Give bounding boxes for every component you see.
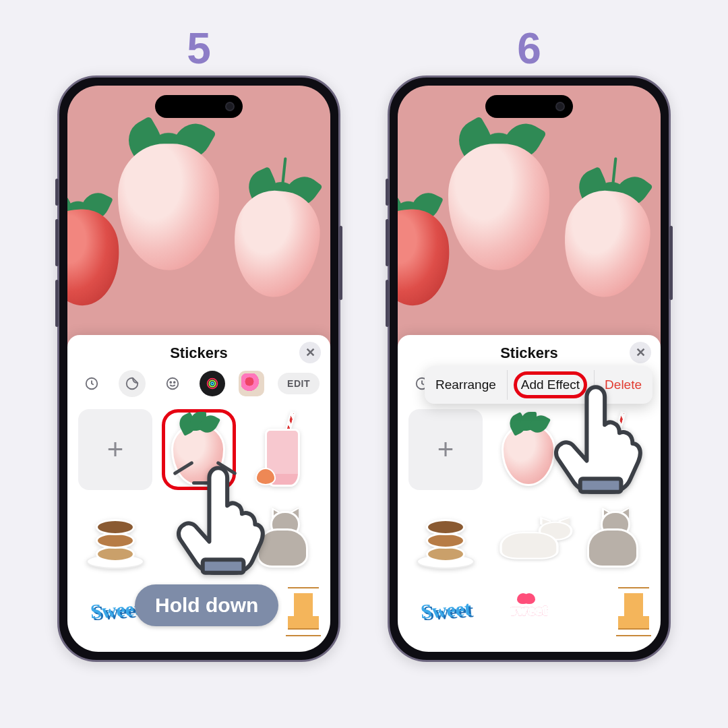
- tabs-row: Rearrange Add Effect Delete: [398, 367, 661, 404]
- sticker-sweet-heart[interactable]: sweet: [492, 590, 566, 630]
- close-button[interactable]: ✕: [299, 342, 321, 363]
- wallpaper-strawberry: [118, 144, 219, 270]
- phone-side-button: [386, 219, 389, 266]
- phone-side-button: [55, 179, 59, 206]
- hold-down-badge: Hold down: [135, 584, 278, 626]
- sticker-white-cat[interactable]: [492, 499, 566, 580]
- sticker-hidden[interactable]: [162, 499, 236, 580]
- svg-point-3: [174, 382, 175, 383]
- sticker-smoothie[interactable]: [245, 409, 320, 490]
- phone-screen: Stickers ✕ Rea: [398, 86, 661, 652]
- sticker-icon: [125, 376, 140, 391]
- wallpaper-strawberry: [448, 144, 549, 270]
- donuts-sticker-icon: [84, 508, 147, 572]
- phone-side-button: [55, 280, 59, 327]
- sticker-grid: +: [398, 404, 661, 652]
- step-6: 6 Stickers ✕: [388, 27, 671, 662]
- tab-app-1[interactable]: [200, 371, 225, 396]
- clock-icon: [84, 376, 99, 391]
- sticker-pixel[interactable]: [576, 590, 650, 630]
- pixel-sticker-icon: [287, 586, 320, 634]
- tab-emoji[interactable]: [159, 370, 186, 397]
- sticker-kitten[interactable]: [576, 499, 650, 580]
- rings-icon: [205, 376, 220, 391]
- donuts-sticker-icon: [414, 508, 477, 572]
- kitten-sticker-icon: [580, 511, 645, 569]
- step-number-5: 5: [187, 27, 211, 70]
- menu-delete[interactable]: Delete: [594, 366, 653, 404]
- dynamic-island: [155, 95, 243, 118]
- edit-button[interactable]: EDIT: [278, 373, 320, 394]
- sweet-heart-sticker: sweet: [510, 601, 548, 619]
- sticker-donuts[interactable]: [408, 499, 483, 580]
- smile-icon: [165, 376, 180, 391]
- plus-icon: +: [437, 433, 454, 466]
- smoothie-sticker-icon: [586, 413, 640, 487]
- drawer-title: Stickers: [500, 344, 558, 362]
- phone-side-button: [669, 226, 673, 300]
- steps-row: 5 Stickers ✕: [0, 0, 728, 662]
- phone-frame: Stickers ✕: [57, 75, 340, 662]
- wallpaper-strawberries: [67, 86, 330, 369]
- sticker-sweet-text[interactable]: Sweet: [408, 590, 483, 630]
- sweet-text-sticker: Sweet: [89, 597, 141, 623]
- sticker-strawberry[interactable]: [162, 409, 236, 490]
- sweet-text-sticker: Sweet: [419, 597, 471, 623]
- svg-point-1: [167, 377, 179, 389]
- close-icon: ✕: [305, 345, 315, 360]
- sticker-donuts[interactable]: [78, 499, 152, 580]
- stickers-drawer: Stickers ✕ Rea: [398, 335, 661, 652]
- tabs-row: EDIT: [67, 367, 330, 404]
- drawer-title: Stickers: [170, 344, 228, 362]
- wallpaper-strawberry: [67, 207, 123, 308]
- sticker-kitten[interactable]: [245, 499, 320, 580]
- svg-point-2: [170, 382, 171, 383]
- highlight-add-effect: Add Effect: [514, 371, 587, 398]
- svg-point-5: [209, 380, 215, 386]
- add-sticker-button[interactable]: +: [78, 409, 152, 490]
- menu-rearrange[interactable]: Rearrange: [425, 366, 507, 404]
- phone-side-button: [386, 179, 389, 206]
- wallpaper-strawberry: [229, 187, 324, 301]
- plus-icon: +: [107, 433, 124, 466]
- drawer-header: Stickers ✕: [398, 335, 661, 367]
- phone-screen: Stickers ✕: [67, 86, 330, 652]
- kitten-sticker-icon: [250, 511, 315, 569]
- svg-point-6: [211, 382, 214, 385]
- tab-stickers[interactable]: [119, 370, 146, 397]
- strawberry-sticker-icon: [499, 416, 559, 483]
- close-button[interactable]: ✕: [630, 342, 651, 363]
- phone-frame: Stickers ✕ Rea: [388, 75, 671, 662]
- phone-side-button: [55, 219, 59, 266]
- menu-add-effect[interactable]: Add Effect: [507, 366, 594, 404]
- phone-side-button: [386, 280, 389, 327]
- smoothie-sticker-icon: [255, 413, 309, 487]
- step-5: 5 Stickers ✕: [57, 27, 340, 662]
- step-number-6: 6: [517, 27, 541, 70]
- phone-side-button: [339, 226, 342, 300]
- sticker-smoothie[interactable]: [576, 409, 650, 490]
- wallpaper-strawberry: [398, 207, 453, 308]
- wallpaper-strawberry: [559, 187, 655, 301]
- drawer-header: Stickers ✕: [67, 335, 330, 367]
- menu-add-effect-label: Add Effect: [521, 377, 580, 392]
- wallpaper-strawberries: [398, 86, 661, 369]
- sticker-strawberry[interactable]: [492, 409, 566, 490]
- tab-recents[interactable]: [78, 370, 105, 397]
- tab-app-2[interactable]: [239, 371, 264, 396]
- close-icon: ✕: [636, 345, 646, 360]
- dynamic-island: [485, 95, 573, 118]
- white-cat-sticker-icon: [492, 520, 566, 560]
- context-menu: Rearrange Add Effect Delete: [425, 366, 653, 404]
- add-sticker-button[interactable]: +: [408, 409, 483, 490]
- pixel-sticker-icon: [617, 586, 650, 634]
